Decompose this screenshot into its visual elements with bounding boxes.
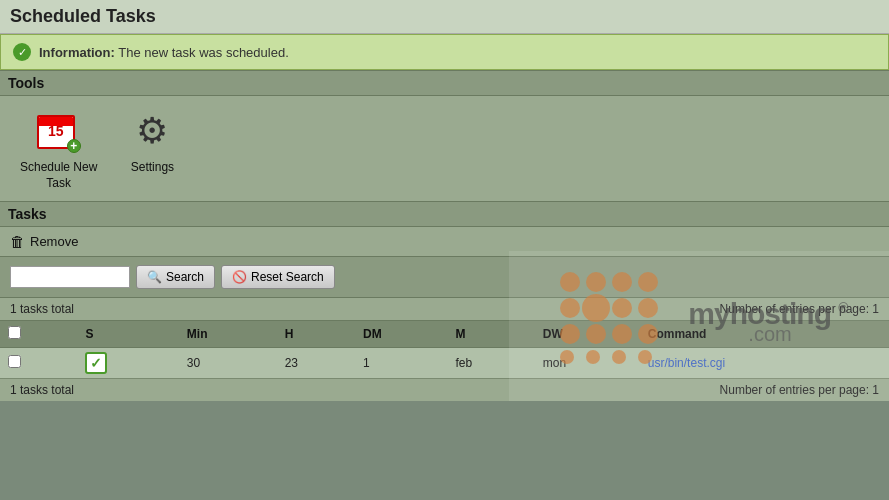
col-dw[interactable]: DW: [535, 321, 640, 348]
search-button[interactable]: 🔍 Search: [136, 265, 215, 289]
remove-button[interactable]: 🗑 Remove: [10, 233, 78, 250]
calendar-add-icon: 15 +: [34, 106, 84, 156]
tools-area: 15 + Schedule New Task ⚙ Settings: [0, 96, 889, 201]
col-command[interactable]: Command: [640, 321, 889, 348]
bottom-count-bar: 1 tasks total Number of entries per page…: [0, 379, 889, 401]
search-bar: 🔍 Search 🚫 Reset Search: [0, 257, 889, 298]
table-header-row: S Min H DM M DW Command: [0, 321, 889, 348]
settings-button[interactable]: ⚙ Settings: [127, 106, 177, 176]
settings-icon: ⚙: [127, 106, 177, 156]
info-message: Information: The new task was scheduled.: [39, 45, 289, 60]
command-link[interactable]: usr/bin/test.cgi: [648, 356, 725, 370]
row-h-cell: 23: [277, 348, 355, 379]
col-s[interactable]: S: [77, 321, 178, 348]
page-title: Scheduled Tasks: [0, 0, 889, 34]
reset-search-button[interactable]: 🚫 Reset Search: [221, 265, 335, 289]
status-active-icon: ✓: [85, 352, 107, 374]
row-min-cell: 30: [179, 348, 277, 379]
select-all-checkbox[interactable]: [8, 326, 21, 339]
col-dm[interactable]: DM: [355, 321, 448, 348]
row-m-cell: feb: [448, 348, 535, 379]
row-dw-cell: mon: [535, 348, 640, 379]
col-checkbox: [0, 321, 77, 348]
tasks-table: S Min H DM M DW Command: [0, 321, 889, 379]
row-status-cell: ✓: [77, 348, 178, 379]
search-input[interactable]: [10, 266, 130, 288]
tasks-table-container: S Min H DM M DW Command: [0, 321, 889, 379]
row-checkbox-cell: [0, 348, 77, 379]
schedule-new-task-label: Schedule New Task: [20, 160, 97, 191]
col-m[interactable]: M: [448, 321, 535, 348]
row-dm-cell: 1: [355, 348, 448, 379]
top-count-bar: 1 tasks total Number of entries per page…: [0, 298, 889, 321]
row-command-cell: usr/bin/test.cgi: [640, 348, 889, 379]
row-checkbox[interactable]: [8, 355, 21, 368]
col-min[interactable]: Min: [179, 321, 277, 348]
col-h[interactable]: H: [277, 321, 355, 348]
search-icon: 🔍: [147, 270, 162, 284]
settings-label: Settings: [131, 160, 174, 176]
trash-icon: 🗑: [10, 233, 25, 250]
check-icon: ✓: [13, 43, 31, 61]
remove-bar: 🗑 Remove: [0, 227, 889, 257]
reset-icon: 🚫: [232, 270, 247, 284]
tasks-area: 🗑 Remove 🔍 Search 🚫 Reset Search 1 tasks…: [0, 227, 889, 401]
tools-section-header: Tools: [0, 70, 889, 96]
tasks-section-header: Tasks: [0, 201, 889, 227]
table-row: ✓ 30 23 1 feb: [0, 348, 889, 379]
plus-icon: +: [67, 139, 81, 153]
schedule-new-task-button[interactable]: 15 + Schedule New Task: [20, 106, 97, 191]
info-banner: ✓ Information: The new task was schedule…: [0, 34, 889, 70]
